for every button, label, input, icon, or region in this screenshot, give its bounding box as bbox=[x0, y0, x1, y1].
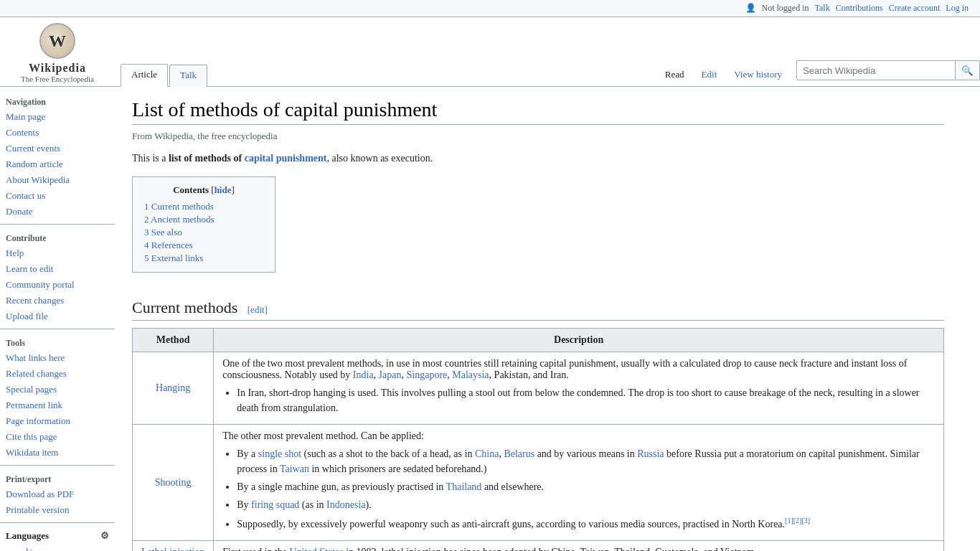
article-tabs: Article Talk Read Edit View history bbox=[121, 63, 796, 86]
link-belarus[interactable]: Belarus bbox=[504, 448, 534, 459]
toc-link-5[interactable]: 5 External links bbox=[144, 253, 203, 263]
link-united-states[interactable]: United States bbox=[290, 547, 344, 551]
shooting-bullet-4: Supposedly, by excessively powerful weap… bbox=[237, 515, 935, 532]
main-content: List of methods of capital punishment Fr… bbox=[115, 87, 961, 551]
sidebar-divider-3 bbox=[0, 465, 115, 466]
sidebar-item-current-events[interactable]: Current events bbox=[0, 141, 115, 156]
section-edit-link[interactable]: edit bbox=[250, 304, 265, 315]
link-china[interactable]: China bbox=[475, 448, 499, 459]
link-japan[interactable]: Japan bbox=[379, 369, 402, 380]
ref-2[interactable]: [2] bbox=[793, 517, 802, 524]
languages-section-title: Languages ⚙ bbox=[0, 527, 115, 545]
table-row: Hanging One of the two most prevalent me… bbox=[133, 352, 944, 425]
toc-item-2: 2 Ancient methods bbox=[144, 213, 263, 226]
link-india[interactable]: India bbox=[353, 369, 374, 380]
nav-section-title: Navigation bbox=[0, 93, 115, 109]
sidebar-item-donate[interactable]: Donate bbox=[0, 204, 115, 220]
link-singapore[interactable]: Singapore bbox=[407, 369, 448, 380]
intro-text: This is a list of methods of capital pun… bbox=[132, 151, 944, 166]
page-title: List of methods of capital punishment bbox=[132, 98, 944, 125]
table-row: Lethal injection First used in the Unite… bbox=[133, 541, 944, 551]
sidebar-item-main-page[interactable]: Main page bbox=[0, 109, 115, 125]
logo-area: Wikipedia The Free Encyclopedia bbox=[0, 17, 115, 86]
toc-link-4[interactable]: 4 References bbox=[144, 240, 193, 250]
toc-item-4: 4 References bbox=[144, 239, 263, 252]
toc-hide-bracket-close: ] bbox=[231, 184, 234, 195]
link-taiwan[interactable]: Taiwan bbox=[280, 463, 309, 474]
toc-item-5: 5 External links bbox=[144, 252, 263, 265]
logo-title[interactable]: Wikipedia bbox=[29, 62, 86, 75]
contributions-link[interactable]: Contributions bbox=[836, 3, 883, 14]
tab-article[interactable]: Article bbox=[121, 64, 168, 87]
table-header-method: Method bbox=[133, 329, 214, 352]
nav-tabs-area: Article Talk Read Edit View history bbox=[115, 17, 796, 86]
sidebar-item-page-information[interactable]: Page information bbox=[0, 413, 115, 429]
sidebar-item-learn-to-edit[interactable]: Learn to edit bbox=[0, 261, 115, 277]
link-indonesia[interactable]: Indonesia bbox=[326, 499, 365, 510]
sidebar-item-permanent-link[interactable]: Permanent link bbox=[0, 397, 115, 413]
sidebar-item-cite-this-page[interactable]: Cite this page bbox=[0, 429, 115, 445]
link-thailand[interactable]: Thailand bbox=[446, 481, 482, 492]
search-area: 🔍 bbox=[796, 17, 980, 86]
shooting-bullet-2: By a single machine gun, as previously p… bbox=[237, 479, 935, 494]
logo-subtitle: The Free Encyclopedia bbox=[21, 75, 94, 83]
sidebar-item-random-article[interactable]: Random article bbox=[0, 156, 115, 172]
link-malaysia[interactable]: Malaysia bbox=[452, 369, 489, 380]
create-account-link[interactable]: Create account bbox=[889, 3, 941, 14]
log-in-link[interactable]: Log in bbox=[946, 3, 969, 14]
method-link-shooting[interactable]: Shooting bbox=[155, 477, 192, 488]
sidebar-item-download-pdf[interactable]: Download as PDF bbox=[0, 486, 115, 502]
table-header-description: Description bbox=[214, 329, 944, 352]
gear-icon[interactable]: ⚙ bbox=[100, 530, 109, 542]
section-header-current-methods: Current methods [edit] bbox=[132, 298, 944, 321]
link-russia[interactable]: Russia bbox=[637, 448, 664, 459]
ref-3[interactable]: [3] bbox=[801, 517, 810, 524]
search-button[interactable]: 🔍 bbox=[955, 61, 979, 80]
method-cell-lethal-injection: Lethal injection bbox=[133, 541, 214, 551]
sidebar-item-community-portal[interactable]: Community portal bbox=[0, 277, 115, 293]
languages-label: Languages bbox=[6, 530, 49, 542]
method-link-hanging[interactable]: Hanging bbox=[156, 382, 190, 393]
sidebar-item-printable-version[interactable]: Printable version bbox=[0, 502, 115, 518]
contribute-section-title: Contribute bbox=[0, 229, 115, 245]
top-bar: 👤 Not logged in Talk Contributions Creat… bbox=[0, 0, 980, 17]
toc-link-3[interactable]: 3 See also bbox=[144, 227, 182, 237]
sidebar-item-lang-fa[interactable]: فارسی bbox=[0, 545, 115, 551]
shooting-bullet-1: By a single shot (such as a shot to the … bbox=[237, 446, 935, 476]
tab-read[interactable]: Read bbox=[656, 65, 693, 86]
sidebar-item-wikidata-item[interactable]: Wikidata item bbox=[0, 445, 115, 461]
sidebar-item-contact-us[interactable]: Contact us bbox=[0, 188, 115, 204]
page-subtitle: From Wikipedia, the free encyclopedia bbox=[132, 131, 944, 142]
tab-edit[interactable]: Edit bbox=[693, 65, 726, 86]
toc-title: Contents [hide] bbox=[144, 184, 263, 196]
link-firing-squad[interactable]: firing squad bbox=[251, 499, 299, 510]
sidebar-item-contents[interactable]: Contents bbox=[0, 125, 115, 141]
shooting-intro: The other most prevalent method. Can be … bbox=[222, 430, 424, 441]
sidebar-item-recent-changes[interactable]: Recent changes bbox=[0, 293, 115, 309]
capital-punishment-link[interactable]: capital punishment bbox=[245, 153, 327, 164]
sidebar-item-special-pages[interactable]: Special pages bbox=[0, 382, 115, 397]
user-icon: 👤 bbox=[745, 3, 756, 14]
talk-link[interactable]: Talk bbox=[815, 3, 830, 14]
method-link-lethal-injection[interactable]: Lethal injection bbox=[141, 547, 204, 551]
ref-1[interactable]: [1] bbox=[785, 517, 793, 524]
toc-hide-link[interactable]: hide bbox=[215, 184, 232, 195]
search-form: 🔍 bbox=[796, 60, 980, 80]
toc: Contents [hide] 1 Current methods 2 Anci… bbox=[132, 176, 275, 273]
wikipedia-logo[interactable] bbox=[39, 23, 75, 59]
not-logged-in-label: Not logged in bbox=[762, 3, 809, 14]
toc-link-2[interactable]: 2 Ancient methods bbox=[144, 214, 215, 225]
link-single-shot[interactable]: single shot bbox=[258, 448, 301, 459]
toc-link-1[interactable]: 1 Current methods bbox=[144, 201, 214, 212]
sidebar-item-related-changes[interactable]: Related changes bbox=[0, 366, 115, 382]
tab-view-history[interactable]: View history bbox=[725, 65, 791, 86]
description-cell-lethal-injection: First used in the United States in 1982,… bbox=[214, 541, 944, 551]
sidebar-divider-2 bbox=[0, 329, 115, 329]
tab-talk[interactable]: Talk bbox=[169, 65, 207, 87]
sidebar-item-about-wikipedia[interactable]: About Wikipedia bbox=[0, 172, 115, 188]
sidebar-item-upload-file[interactable]: Upload file bbox=[0, 309, 115, 324]
table-header-row: Method Description bbox=[133, 329, 944, 352]
search-input[interactable] bbox=[797, 61, 955, 80]
sidebar-item-help[interactable]: Help bbox=[0, 245, 115, 261]
sidebar-item-what-links-here[interactable]: What links here bbox=[0, 350, 115, 366]
